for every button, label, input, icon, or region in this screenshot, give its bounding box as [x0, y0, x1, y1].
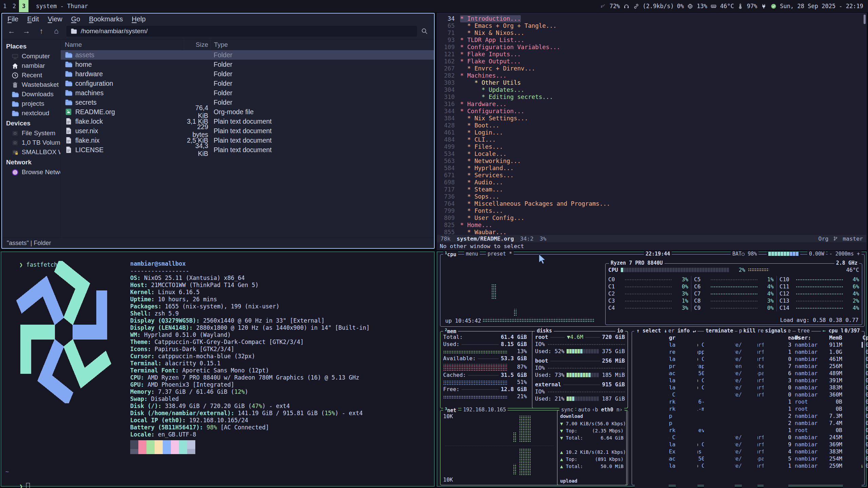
sidebar-item-1-0-tb-volume[interactable]: 1,0 TB Volume	[2, 138, 60, 147]
workspace-3[interactable]: 3	[19, 0, 28, 12]
update-interval-control[interactable]: - 2000ms +	[828, 251, 862, 257]
column-header-size[interactable]: Size	[184, 40, 210, 50]
org-heading-line[interactable]: 764 * Miscellaneous Packages and Program…	[437, 200, 866, 207]
file-row-machines[interactable]: machinesFolder	[61, 88, 434, 98]
file-row-hardware[interactable]: hardwareFolder	[61, 69, 434, 79]
file-row-LICENSE[interactable]: LICENSE34,3 KiBPlain text document	[61, 145, 434, 155]
sidebar-item-smallbox-wi-[interactable]: SMALLBOX Wi...	[2, 147, 60, 157]
workspace-1[interactable]: 1	[0, 0, 9, 12]
org-heading-line[interactable]: 310 * Editing secrets...	[437, 94, 866, 101]
org-heading-line[interactable]: 484 * CLI...	[437, 136, 866, 143]
org-heading-line[interactable]: 344* Configuration...	[437, 108, 866, 115]
org-heading-line[interactable]: 534 * Locale...	[437, 150, 866, 158]
sidebar-item-nambiar[interactable]: nambiar	[2, 61, 60, 70]
header-mem[interactable]: MemB	[825, 334, 842, 341]
org-heading-line[interactable]: 461 * Login...	[437, 129, 866, 136]
proc-footer-kill[interactable]: kill	[742, 328, 757, 488]
file-row-assets[interactable]: assetsFolder	[61, 50, 434, 60]
home-button[interactable]: ⌂	[50, 26, 63, 37]
org-heading-line[interactable]: 71 * Nix & Nixos...	[437, 29, 866, 37]
column-header-type[interactable]: Type	[210, 40, 434, 50]
sidebar-item-wastebasket[interactable]: Wastebasket	[2, 80, 60, 89]
menu-bookmarks[interactable]: Bookmarks	[85, 15, 126, 24]
file-row-README.org[interactable]: README.org76,4 KiBOrg-mode file	[61, 107, 434, 117]
sidebar-item-nextcloud[interactable]: nextcloud	[2, 108, 60, 118]
org-heading-line[interactable]: 109* Configuration Variables...	[437, 44, 866, 51]
file-row-secrets[interactable]: secretsFolder	[61, 98, 434, 107]
org-heading-line[interactable]: 93* TLDR App List...	[437, 37, 866, 44]
menu-go[interactable]: Go	[68, 15, 84, 24]
tray-cpu-icon[interactable]	[687, 3, 694, 9]
proc-footer-terminate[interactable]: terminate	[704, 328, 735, 488]
sidebar-item-browse-network[interactable]: Browse Network	[2, 167, 60, 177]
org-heading-line[interactable]: 267 * Envrc + Direnv...	[437, 65, 866, 72]
scrollbar-thumb[interactable]	[864, 15, 866, 24]
org-heading-line[interactable]: 799 * Fonts...	[437, 207, 866, 215]
org-heading-line[interactable]: 809 * User Config...	[437, 215, 866, 222]
org-heading-line[interactable]: 584 * Hyprland...	[437, 165, 866, 172]
tray-ram-icon[interactable]	[710, 3, 717, 9]
tray-thermometer-icon[interactable]	[737, 3, 744, 9]
tray-plug-icon[interactable]	[760, 3, 767, 9]
tray-headphones-icon[interactable]	[623, 3, 630, 9]
menu-view[interactable]: View	[44, 15, 66, 24]
sidebar-item-file-system[interactable]: File System	[2, 128, 60, 138]
header-user[interactable]: User:	[795, 334, 825, 341]
file-row-home[interactable]: homeFolder	[61, 60, 434, 69]
menu-file[interactable]: File	[4, 15, 22, 24]
tree-button[interactable]: tree	[796, 328, 811, 334]
forward-button[interactable]: →	[20, 26, 33, 37]
proc-footer-select[interactable]: ↑ select ↓	[635, 328, 669, 488]
net-auto-button[interactable]: auto	[576, 407, 592, 413]
path-bar[interactable]: /home/nambiar/system/	[66, 26, 417, 37]
tray-sleep-icon[interactable]: zzz	[600, 3, 607, 9]
org-heading-line[interactable]: 717 * Steam...	[437, 186, 866, 193]
back-button[interactable]: ←	[5, 26, 18, 37]
column-header-name[interactable]: Name	[61, 41, 184, 48]
line-number: 671	[437, 172, 460, 179]
sidebar-item-computer[interactable]: Computer	[2, 52, 60, 61]
org-heading-line[interactable]: 304 * Updates...	[437, 86, 866, 94]
shell-prompt[interactable]: ❯	[5, 476, 30, 488]
up-button[interactable]: ↑	[35, 26, 48, 37]
org-heading-line[interactable]: 34* Introduction...	[437, 15, 866, 22]
file-row-flake.lock[interactable]: flake.lock3,1 KiBPlain text document	[61, 117, 434, 126]
core-row-C13: C132%	[777, 297, 862, 304]
sidebar-item-downloads[interactable]: Downloads	[2, 89, 60, 99]
upload-stat: ▲ 10.2 KiB/s(82.1 Kbps)	[557, 448, 626, 455]
preset-button[interactable]: preset *	[486, 251, 514, 257]
sidebar-item-recent[interactable]: Recent	[2, 70, 60, 80]
org-heading-line[interactable]: 384 * Nix Settings...	[437, 115, 866, 122]
tray-check-icon[interactable]	[770, 3, 777, 9]
org-heading-line[interactable]: 671 * Services...	[437, 172, 866, 179]
org-heading-line[interactable]: 698 * Audio...	[437, 179, 866, 186]
file-row-flake.nix[interactable]: flake.nix2,5 KiBPlain text document	[61, 136, 434, 145]
file-list: Name Size Type assetsFolderhomeFolderhar…	[61, 40, 434, 238]
menu-edit[interactable]: Edit	[24, 15, 42, 24]
io-mode-button[interactable]: io	[615, 328, 625, 334]
org-heading-line[interactable]: 162* Flake Output...	[437, 58, 866, 65]
tray-link-icon[interactable]	[633, 3, 639, 9]
sidebar-item-projects[interactable]: projects	[2, 99, 60, 108]
org-heading-line[interactable]: 428 * Boot...	[437, 122, 866, 129]
file-row-configuration[interactable]: configurationFolder	[61, 79, 434, 88]
net-interface-switch[interactable]: ‹b eth0 n›	[590, 407, 624, 413]
proc-footer-info[interactable]: info ↵	[676, 328, 697, 488]
org-heading-line[interactable]: 736 * Sops...	[437, 193, 866, 200]
file-row-user.nix[interactable]: user.nix229 bytesPlain text document	[61, 126, 434, 136]
org-heading-line[interactable]: 563 * Networking...	[437, 158, 866, 165]
search-button[interactable]	[418, 26, 431, 37]
header-cpu[interactable]: Cpu%	[862, 334, 868, 341]
org-heading-line[interactable]: 825* Home...	[437, 222, 866, 229]
org-heading-line[interactable]: 499 * Files...	[437, 143, 866, 150]
org-heading-line[interactable]: 121* Flake Inputs...	[437, 51, 866, 58]
proc-footer-signals[interactable]: signals	[764, 328, 788, 488]
org-heading-line[interactable]: 316* Hardware...	[437, 101, 866, 108]
menu-button[interactable]: menu	[464, 251, 480, 257]
org-heading-line[interactable]: 303 * Other Utils	[437, 79, 866, 86]
net-sync-button[interactable]: sync	[559, 407, 575, 413]
menu-help[interactable]: Help	[128, 15, 149, 24]
workspace-2[interactable]: 2	[9, 0, 19, 12]
org-heading-line[interactable]: 282* Machines...	[437, 72, 866, 79]
org-heading-line[interactable]: 65 * Emacs + Org + Tangle...	[437, 22, 866, 29]
